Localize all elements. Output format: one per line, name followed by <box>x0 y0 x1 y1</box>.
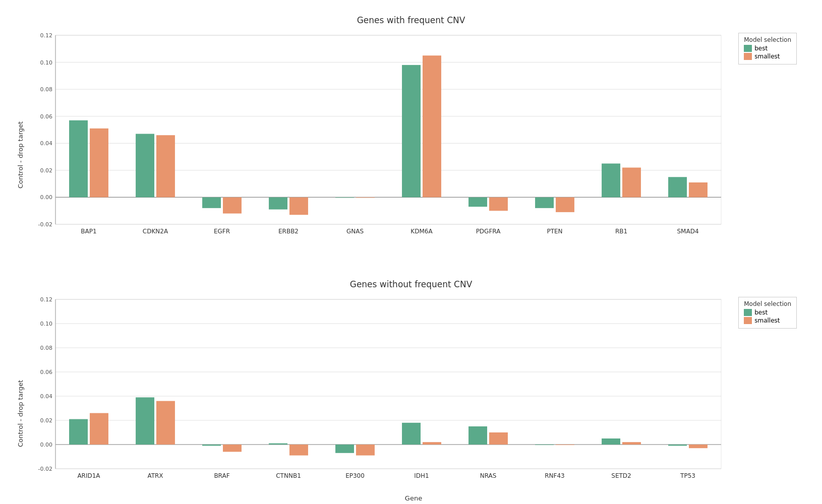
svg-text:0.00: 0.00 <box>40 442 53 448</box>
chart2-legend: Model selection best smallest <box>738 297 797 329</box>
svg-text:0.00: 0.00 <box>40 194 53 201</box>
svg-text:0.10: 0.10 <box>40 321 53 327</box>
svg-rect-97 <box>689 445 708 448</box>
chart1-area: Control - drop target -0.020.000.020.040… <box>15 28 807 267</box>
chart1-legend-best-label: best <box>754 45 768 52</box>
svg-text:ERBB2: ERBB2 <box>278 228 299 235</box>
svg-text:SMAD4: SMAD4 <box>677 228 698 235</box>
svg-rect-19 <box>69 120 88 198</box>
chart2-plot-area: -0.020.000.020.040.060.080.100.12ARID1AA… <box>25 292 807 504</box>
svg-rect-43 <box>602 163 620 197</box>
svg-text:-0.02: -0.02 <box>38 221 52 228</box>
svg-rect-88 <box>489 432 508 445</box>
svg-rect-44 <box>622 168 641 198</box>
svg-text:ARID1A: ARID1A <box>77 472 100 479</box>
svg-rect-69 <box>69 419 88 445</box>
svg-rect-28 <box>269 197 287 209</box>
svg-text:PTEN: PTEN <box>547 228 562 235</box>
svg-text:TP53: TP53 <box>680 472 695 479</box>
svg-text:0.02: 0.02 <box>40 167 53 174</box>
chart2-legend-best-color <box>744 309 752 316</box>
svg-text:EGFR: EGFR <box>214 228 230 235</box>
svg-rect-82 <box>356 445 375 456</box>
chart2-legend-smallest-label: smallest <box>754 317 780 324</box>
svg-rect-29 <box>289 197 308 215</box>
svg-rect-40 <box>535 197 554 208</box>
chart2-title: Genes without frequent CNV <box>15 274 807 292</box>
svg-rect-85 <box>423 442 441 445</box>
svg-text:-0.02: -0.02 <box>38 466 52 472</box>
chart2-legend-smallest-color <box>744 317 752 324</box>
chart1-legend-smallest-label: smallest <box>754 53 780 60</box>
svg-rect-25 <box>202 197 221 208</box>
svg-text:PDGFRA: PDGFRA <box>476 228 501 235</box>
svg-text:BAP1: BAP1 <box>81 228 96 235</box>
svg-text:EP300: EP300 <box>345 472 365 479</box>
chart1-plot-area: -0.020.000.020.040.060.080.100.12BAP1CDK… <box>25 28 807 267</box>
chart2-x-axis-label: Gene <box>25 494 802 502</box>
svg-rect-31 <box>335 197 354 198</box>
svg-rect-73 <box>156 401 175 445</box>
svg-rect-38 <box>489 197 508 211</box>
svg-text:0.08: 0.08 <box>40 345 53 351</box>
svg-text:SETD2: SETD2 <box>611 472 631 479</box>
svg-rect-75 <box>202 445 221 446</box>
svg-text:NRAS: NRAS <box>480 472 497 479</box>
svg-rect-46 <box>668 177 687 197</box>
chart1-legend-best: best <box>744 45 791 52</box>
svg-rect-32 <box>356 197 375 198</box>
chart1-title: Genes with frequent CNV <box>15 10 807 28</box>
svg-rect-81 <box>335 445 354 453</box>
svg-rect-26 <box>223 197 242 213</box>
charts-container: Genes with frequent CNV Control - drop t… <box>0 0 822 504</box>
svg-text:0.06: 0.06 <box>40 369 53 375</box>
svg-text:0.06: 0.06 <box>40 113 53 120</box>
chart2-y-axis-label: Control - drop target <box>15 292 25 504</box>
svg-rect-91 <box>556 445 574 445</box>
chart1-wrapper: Genes with frequent CNV Control - drop t… <box>15 10 807 269</box>
svg-rect-41 <box>556 197 574 212</box>
svg-text:CTNNB1: CTNNB1 <box>276 472 301 479</box>
svg-rect-94 <box>622 442 641 445</box>
svg-rect-34 <box>402 65 421 198</box>
svg-rect-96 <box>668 445 687 446</box>
chart2-area: Control - drop target -0.020.000.020.040… <box>15 292 807 504</box>
svg-rect-35 <box>423 55 441 197</box>
svg-rect-22 <box>136 134 154 198</box>
chart1-legend-best-color <box>744 45 752 52</box>
svg-rect-37 <box>468 197 487 207</box>
svg-text:0.04: 0.04 <box>40 393 53 400</box>
svg-rect-87 <box>468 426 487 445</box>
svg-text:KDM6A: KDM6A <box>410 228 433 235</box>
chart1-legend-title: Model selection <box>744 36 791 43</box>
svg-rect-78 <box>269 444 287 445</box>
svg-rect-23 <box>156 135 175 197</box>
chart2-legend-best-label: best <box>754 309 768 316</box>
svg-text:BRAF: BRAF <box>214 472 229 479</box>
chart2-legend-best: best <box>744 309 791 316</box>
svg-text:0.04: 0.04 <box>40 140 53 147</box>
chart2-wrapper: Genes without frequent CNV Control - dro… <box>15 274 807 504</box>
svg-text:RB1: RB1 <box>615 228 627 235</box>
svg-text:0.02: 0.02 <box>40 417 53 424</box>
svg-text:CDKN2A: CDKN2A <box>143 228 168 235</box>
svg-text:0.10: 0.10 <box>40 59 53 66</box>
svg-rect-93 <box>602 438 620 445</box>
chart2-legend-smallest: smallest <box>744 317 791 324</box>
svg-rect-72 <box>136 397 154 445</box>
svg-text:RNF43: RNF43 <box>545 472 565 479</box>
chart1-legend: Model selection best smallest <box>738 33 797 65</box>
svg-rect-90 <box>535 445 554 445</box>
svg-rect-47 <box>689 182 708 197</box>
chart2-legend-title: Model selection <box>744 300 791 307</box>
svg-rect-20 <box>90 129 108 198</box>
svg-text:0.12: 0.12 <box>40 32 53 39</box>
chart1-y-axis-label: Control - drop target <box>15 28 25 267</box>
svg-text:GNAS: GNAS <box>346 228 364 235</box>
svg-rect-79 <box>289 445 308 456</box>
svg-text:IDH1: IDH1 <box>414 472 429 479</box>
chart1-legend-smallest: smallest <box>744 53 791 60</box>
svg-rect-76 <box>223 445 242 452</box>
svg-text:ATRX: ATRX <box>147 472 163 479</box>
svg-text:0.12: 0.12 <box>40 296 53 303</box>
